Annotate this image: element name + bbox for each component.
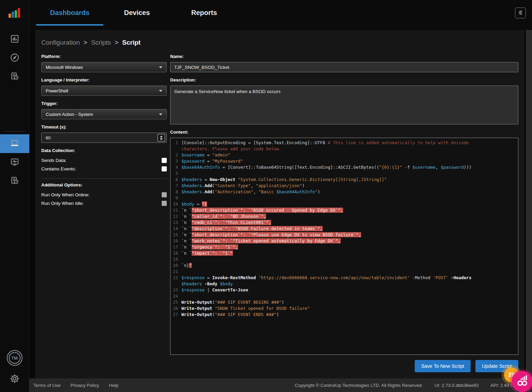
code-token: -Body [205, 281, 218, 286]
code-token [217, 281, 220, 286]
code-token: `n ` [181, 226, 192, 231]
line-number: 23 [171, 287, 181, 293]
code-token [256, 275, 258, 280]
name-input[interactable]: TJF_SNOW_BSOD_Ticket [170, 62, 518, 72]
line-number: 5 [171, 170, 181, 177]
description-input[interactable]: Generate a ServiceNow ticket when a BSOD… [170, 86, 518, 124]
run-online-checkbox[interactable] [162, 192, 167, 197]
code-token: " [189, 263, 192, 268]
tab-label: Dashboards [50, 9, 90, 17]
chevron-down-icon [159, 114, 162, 115]
sends-data-row: Sends Data: [41, 156, 167, 165]
line-text: $username = "admin" [181, 152, 485, 158]
code-line: 14`n `"description`": `"BSOD Failure det… [171, 226, 515, 232]
footer: Terms of Use Privacy Policy Help Copyrig… [29, 378, 532, 392]
line-text: `n `"caller_id`": `"BD Jhonson`", [181, 213, 485, 220]
tab-dashboards[interactable]: Dashboards [36, 0, 103, 26]
help-link[interactable]: Help [109, 383, 119, 388]
run-idle-checkbox[interactable] [162, 201, 167, 206]
language-label: Language / Interpreter: [41, 77, 167, 82]
sidebar-item-device-history[interactable] [0, 172, 29, 191]
chevron-down-icon [159, 66, 162, 68]
platform-select[interactable]: Microsoft Windows [41, 62, 167, 72]
code-token: "SNOW Ticket opened for BSOD failure" [215, 306, 310, 311]
code-token: $password [441, 165, 464, 170]
code-token: ( [212, 312, 215, 317]
code-line: 25Write-Output("### SIP EVENT BEGINS ###… [171, 299, 515, 305]
language-select[interactable]: PowerShell [41, 86, 167, 96]
code-token: `n ` [181, 238, 192, 243]
bar-chart-box-icon [10, 34, 20, 45]
code-token: "Authorization" [215, 189, 253, 194]
platform-label: Platform: [41, 54, 167, 59]
code-token: Write-Output [181, 300, 212, 305]
page-background: Configuration > Scripts > Script Platfor… [29, 30, 532, 378]
sends-data-checkbox[interactable] [162, 158, 167, 163]
code-token: $username [181, 152, 205, 157]
contains-events-checkbox[interactable] [162, 166, 167, 171]
code-token: "System.Collections.Generic.Dictionary[[… [238, 177, 387, 182]
form-right-column: Name: TJF_SNOW_BSOD_Ticket Description: … [170, 54, 518, 372]
code-token: "application/json" [256, 183, 302, 188]
sidebar-item-dashboards[interactable] [0, 30, 29, 49]
sidebar-item-explore[interactable] [0, 49, 29, 67]
page-scrollbar[interactable] [526, 30, 532, 378]
code-token: $headers [181, 183, 202, 188]
line-text: $headers.Add("Authorization", "Basic $ba… [181, 189, 485, 195]
sidebar-item-monitoring[interactable] [0, 153, 29, 172]
footer-versions: Copyright © ControlUp Technologies LTD. … [295, 383, 517, 388]
line-number: 25 [171, 299, 181, 305]
privacy-policy-link[interactable]: Privacy Policy [71, 383, 99, 388]
sidebar-item-reports-history[interactable] [0, 67, 29, 86]
code-token: ) [276, 312, 279, 317]
code-line: 7$headers.Add("Content-Type", "applicati… [171, 183, 515, 189]
code-line: 27Write-Output("### SIP EVENT ENDS ###") [171, 312, 515, 318]
tab-reports[interactable]: Reports [171, 0, 238, 26]
code-token: $headers [181, 177, 202, 182]
line-text: $headers.Add("Content-Type", "applicatio… [181, 183, 485, 189]
code-token: "description`": `"BSOD Failure detected … [192, 226, 323, 231]
line-text: `n `"urgency`": `"1`", [181, 244, 485, 250]
settings-button[interactable] [9, 373, 20, 385]
breadcrumb-scripts[interactable]: Scripts [91, 39, 111, 46]
code-token: "### SIP EVENT BEGINS ###" [215, 300, 282, 305]
code-token: , [251, 183, 256, 188]
run-idle-row: Run Only When Idle: [41, 199, 167, 208]
contains-events-row: Contains Events: [41, 165, 167, 173]
sidebar-item-devices-active[interactable] [0, 134, 29, 153]
code-token: = [205, 152, 212, 157]
code-line: 23$response | ConvertTo-Json [171, 287, 515, 293]
code-token: -Headers [451, 275, 471, 280]
stepper-up-icon[interactable] [160, 136, 163, 137]
timeout-input[interactable]: 60 [41, 133, 167, 143]
data-collection-label: Data Collection: [41, 148, 167, 153]
code-token: . [202, 183, 205, 188]
user-avatar[interactable]: TM [7, 350, 23, 366]
code-token: `n ` [181, 220, 192, 225]
code-line: 21 [171, 269, 515, 275]
code-token: $base64AuthInfo [181, 165, 220, 170]
code-token: `n ` [181, 251, 192, 256]
code-token: $password [181, 159, 205, 164]
code-editor[interactable]: 1[Console]::OutputEncoding = [System.Tex… [170, 138, 518, 355]
line-text: `n}" [181, 262, 485, 269]
line-number: 18 [171, 250, 181, 256]
support-chat-widget[interactable] [512, 371, 532, 392]
app-logo[interactable] [9, 7, 21, 20]
code-token: . [202, 189, 205, 194]
line-text: $base64AuthInfo = [Convert]::ToBase64Str… [181, 164, 485, 170]
tab-devices[interactable]: Devices [103, 0, 171, 26]
code-line: 11`n `"short_description`": `"BSOD occur… [171, 207, 515, 213]
stepper-down-icon[interactable] [160, 138, 163, 140]
timeout-stepper[interactable] [158, 134, 165, 141]
code-token: -Method [410, 275, 433, 280]
nav-preferences-button[interactable] [515, 7, 526, 18]
save-to-new-script-button[interactable]: Save To New Script [415, 360, 471, 372]
code-token [212, 306, 215, 311]
code-line: 20`n}" [171, 262, 515, 269]
trigger-select[interactable]: Custom Action - System [41, 109, 167, 119]
line-text: $response | ConvertTo-Json [181, 287, 485, 293]
code-token: ( [212, 189, 215, 194]
terms-of-use-link[interactable]: Terms of Use [33, 383, 61, 388]
breadcrumb-configuration[interactable]: Configuration [41, 39, 80, 46]
